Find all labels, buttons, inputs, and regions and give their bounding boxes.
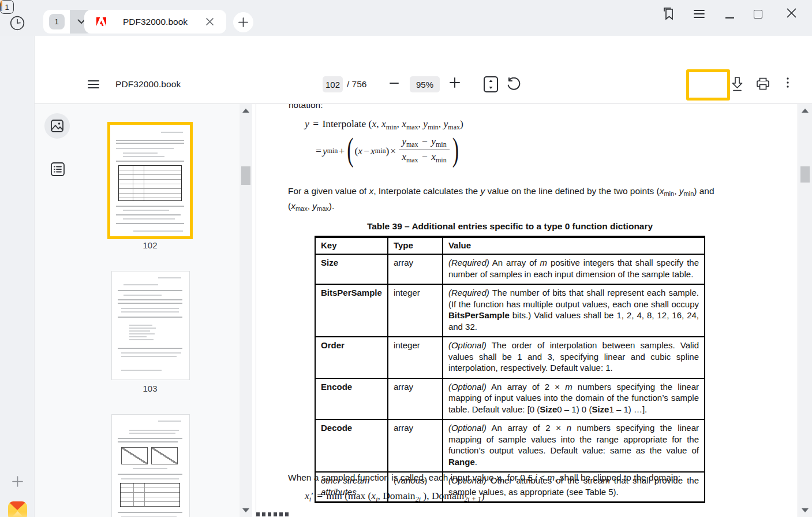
tab-group-count: 1: [43, 10, 70, 34]
thumb-decor: [129, 333, 155, 334]
formula-token: y: [431, 135, 436, 147]
text-segment: , Interpolate calculates the: [373, 186, 480, 196]
scroll-down-arrow[interactable]: [802, 508, 809, 512]
thumb-decor: [118, 303, 182, 304]
thumb-mini-table: [118, 165, 182, 201]
text-segment: .: [475, 457, 477, 467]
formula-token: x: [305, 490, 309, 501]
fraction: ymax − yminxmax − xmin: [399, 135, 450, 165]
formula-token: min: [375, 147, 386, 155]
text-segment: , shall be clipped to the domain:: [555, 473, 680, 482]
text-segment: x: [291, 201, 295, 211]
thumb-mini-table: [120, 483, 180, 507]
formula-token: x: [358, 145, 362, 157]
scroll-up-arrow[interactable]: [242, 109, 249, 113]
thumb-decor: [123, 210, 169, 211]
formula-token: 2i: [416, 495, 421, 503]
formula-token: max: [406, 156, 418, 164]
text-segment: n: [567, 423, 571, 433]
browser-toolbar: example.com Example Domain 95%: [35, 36, 812, 64]
corner-accent: [1, 1, 2, 14]
thumb-mini-figure: [151, 447, 178, 464]
paragraph-clipping: When a sampled function is called, each …: [288, 471, 761, 486]
mail-fold-shape: [10, 511, 25, 517]
clock-icon: [10, 16, 25, 31]
formula-token: min (: [327, 490, 348, 501]
clipped-line-bottom: [256, 512, 290, 516]
window-minimize-button[interactable]: [725, 17, 734, 18]
tab-pdf32000[interactable]: PDF32000.book: [84, 10, 226, 34]
text-segment: When a sampled function is called, each …: [288, 473, 496, 482]
thumb-decor: [116, 161, 184, 162]
scrollbar-thumb[interactable]: [241, 166, 250, 185]
text-segment: m: [540, 258, 548, 267]
formula-token: x: [431, 151, 436, 162]
thumb-decor: [129, 339, 154, 340]
scroll-up-arrow[interactable]: [802, 109, 809, 113]
scrollbar-thumb[interactable]: [800, 166, 810, 183]
zoom-in-button[interactable]: [450, 77, 460, 88]
text-segment: min: [664, 190, 674, 197]
page-scrollbar[interactable]: [798, 104, 812, 517]
page-total-label: / 756: [347, 79, 366, 90]
bookmarks-panel-button[interactable]: [661, 7, 675, 21]
table-cell: array: [388, 254, 443, 284]
text-segment: (Optional): [448, 340, 487, 350]
text-segment: value on the line defined by the two poi…: [485, 186, 659, 196]
thumb-decor: [118, 299, 182, 300]
thumbnail-view-button[interactable]: [44, 113, 70, 139]
thumbnail-page-103[interactable]: [112, 271, 189, 380]
scroll-down-arrow[interactable]: [242, 508, 249, 512]
table-cell: integer: [388, 284, 443, 337]
outline-view-button[interactable]: [50, 162, 65, 177]
table-cell: (Required) The number of bits that shall…: [443, 284, 705, 337]
new-tab-button[interactable]: [233, 12, 253, 32]
table-cell: BitsPerSample: [315, 284, 388, 337]
formula-token: ): [460, 118, 463, 129]
formula-clip: xi′ = min (max (xi, Domain2i ), Domain2i…: [305, 490, 485, 504]
table-header-cell: Value: [443, 237, 705, 254]
thumb-decor: [121, 352, 181, 354]
thumb-decor: [124, 284, 158, 285]
browser-menu-button[interactable]: [694, 9, 705, 18]
zoom-out-button[interactable]: [390, 78, 399, 88]
list-icon: [50, 162, 65, 177]
yandex-mail-icon[interactable]: [8, 501, 27, 517]
thumbnail-page-102[interactable]: [107, 122, 193, 239]
table-cell: (Required) An array of m positive intege…: [443, 254, 705, 284]
pdf-download-button[interactable]: [731, 76, 743, 92]
page-number-input[interactable]: 102: [323, 76, 343, 92]
thumb-decor: [116, 214, 181, 215]
table-cell: array: [388, 378, 443, 420]
window-close-button[interactable]: [787, 8, 796, 18]
pdf-more-button[interactable]: [787, 77, 789, 88]
pdf-document-title: PDF32000.book: [115, 79, 181, 90]
formula-token: ,: [396, 118, 402, 129]
pdf-content-area: 101 102: [35, 104, 812, 517]
bookmarks-icon: [661, 7, 675, 21]
table-row: BitsPerSampleinteger(Required) The numbe…: [315, 284, 705, 337]
table-header-row: KeyTypeValue: [315, 237, 705, 254]
thumb-decor: [133, 230, 183, 232]
window-maximize-button[interactable]: [754, 10, 762, 18]
formula-token: ): [451, 132, 460, 168]
formula-token: =: [315, 145, 323, 157]
formula-token: x: [381, 118, 386, 129]
pdf-zoom-level[interactable]: 95%: [410, 76, 440, 92]
rotate-button[interactable]: [506, 77, 521, 92]
history-button[interactable]: [10, 16, 25, 31]
formula-token: x: [402, 151, 406, 162]
pdf-print-button[interactable]: [756, 77, 770, 91]
tab-close-icon[interactable]: [205, 17, 214, 26]
rail-add-button[interactable]: [12, 476, 23, 487]
text-segment: ).: [329, 201, 334, 211]
pdf-sidebar-toggle[interactable]: [88, 80, 99, 89]
thumbnail-page-104[interactable]: [112, 415, 189, 517]
plus-icon: [238, 17, 248, 27]
browser-side-rail: •••: [0, 36, 35, 517]
page-edge: [256, 104, 256, 517]
fit-to-page-button[interactable]: [483, 76, 499, 93]
thumb-decor: [133, 468, 167, 469]
thumbnail-scrollbar[interactable]: [240, 104, 252, 517]
text-segment: y: [312, 201, 317, 211]
